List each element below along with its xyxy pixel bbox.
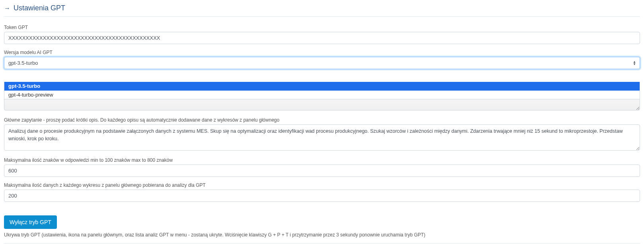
model-dropdown: gpt-3.5-turbo gpt-4-turbo-preview [4,82,640,99]
main-query-textarea[interactable] [4,124,640,151]
arrow-right-icon: → [4,5,10,12]
model-option-gpt4[interactable]: gpt-4-turbo-preview [4,91,640,99]
disable-gpt-help-text: Ukrywa tryb GPT (ustawienia, ikona na pa… [4,232,640,238]
max-chars-input[interactable] [4,165,640,177]
max-chars-label: Maksymalna ilość znaków w odpowiedzi min… [4,157,640,163]
model-label: Wersja modelu AI GPT [4,50,640,55]
token-input[interactable] [4,32,640,44]
token-label: Token GPT [4,25,640,30]
disable-gpt-button[interactable]: Wyłącz tryb GPT [4,215,57,229]
field-model: Wersja modelu AI GPT ▲▼ gpt-3.5-turbo gp… [4,50,640,112]
main-query-label: Główne zapytanie - proszę podać krótki o… [4,117,640,123]
max-data-input[interactable] [4,190,640,202]
max-data-label: Maksymalna ilość danych z każdego wykres… [4,182,640,188]
page-title: → Ustawienia GPT [4,4,640,17]
model-select[interactable] [4,57,640,69]
field-token: Token GPT [4,25,640,44]
model-option-gpt35[interactable]: gpt-3.5-turbo [4,82,640,91]
divider [4,243,640,244]
field-max-chars: Maksymalna ilość znaków w odpowiedzi min… [4,157,640,177]
field-max-data: Maksymalna ilość danych z każdego wykres… [4,182,640,202]
field-main-query: Główne zapytanie - proszę podać krótki o… [4,117,640,152]
page-title-text: Ustawienia GPT [14,4,65,12]
